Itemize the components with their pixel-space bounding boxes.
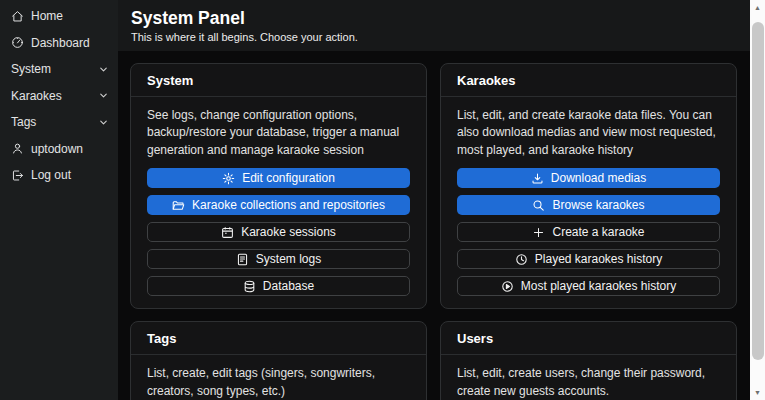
play-circle-icon — [501, 280, 514, 293]
users-card-title: Users — [441, 322, 736, 355]
sidebar-item-label: Log out — [31, 168, 71, 182]
page-header: System Panel This is where it all begins… — [118, 0, 750, 51]
gear-icon — [222, 172, 235, 185]
download-medias-button[interactable]: Download medias — [457, 168, 720, 188]
page-subtitle: This is where it all begins. Choose your… — [131, 31, 738, 43]
tags-card-title: Tags — [131, 322, 426, 355]
users-card-description: List, edit, create users, change their p… — [457, 365, 720, 400]
cards-grid: System See logs, change configuration op… — [118, 51, 750, 400]
scrollbar-up-arrow-icon[interactable]: ▲ — [750, 4, 765, 11]
sidebar-item-label: Home — [31, 9, 63, 23]
karaoke-sessions-button[interactable]: Karaoke sessions — [147, 222, 410, 242]
page-title: System Panel — [131, 8, 738, 30]
sidebar-item-dashboard[interactable]: Dashboard — [0, 30, 118, 57]
karaokes-card: Karaokes List, edit, and create karaoke … — [440, 63, 737, 310]
tags-card-description: List, create, edit tags (singers, songwr… — [147, 365, 410, 400]
sidebar-item-user-uptodown[interactable]: uptodown — [0, 136, 118, 163]
database-icon — [243, 280, 256, 293]
tags-card-body: List, create, edit tags (singers, songwr… — [131, 355, 426, 400]
house-icon — [11, 10, 24, 23]
scrollbar[interactable]: ▲ ▼ — [750, 0, 765, 400]
scrollbar-thumb[interactable] — [752, 22, 764, 360]
scrollbar-down-arrow-icon[interactable]: ▼ — [750, 389, 765, 396]
system-card-body: See logs, change configuration options, … — [131, 97, 426, 309]
karaoke-collections-button[interactable]: Karaoke collections and repositories — [147, 195, 410, 215]
system-card: System See logs, change configuration op… — [130, 63, 427, 310]
played-karaokes-history-button[interactable]: Played karaokes history — [457, 249, 720, 269]
sidebar-item-label: System — [11, 62, 51, 76]
sidebar-item-tags[interactable]: Tags — [0, 109, 118, 136]
edit-configuration-button[interactable]: Edit configuration — [147, 168, 410, 188]
folder-icon — [172, 199, 185, 212]
most-played-karaokes-history-button[interactable]: Most played karaokes history — [457, 276, 720, 296]
sidebar-item-karaokes[interactable]: Karaokes — [0, 83, 118, 110]
chevron-down-icon — [98, 90, 109, 101]
database-button[interactable]: Database — [147, 276, 410, 296]
sidebar-item-label: uptodown — [31, 142, 83, 156]
main-area: System Panel This is where it all begins… — [118, 0, 750, 400]
browse-karaokes-button[interactable]: Browse karaokes — [457, 195, 720, 215]
tags-card: Tags List, create, edit tags (singers, s… — [130, 321, 427, 400]
sidebar-item-label: Karaokes — [11, 89, 62, 103]
sidebar-item-system[interactable]: System — [0, 56, 118, 83]
person-icon — [11, 142, 24, 155]
sidebar-item-logout[interactable]: Log out — [0, 162, 118, 189]
clock-history-icon — [515, 253, 528, 266]
journal-icon — [236, 253, 249, 266]
system-logs-button[interactable]: System logs — [147, 249, 410, 269]
sidebar-item-home[interactable]: Home — [0, 3, 118, 30]
sidebar-item-label: Tags — [11, 115, 36, 129]
users-card-body: List, edit, create users, change their p… — [441, 355, 736, 400]
logout-icon — [11, 169, 24, 182]
create-karaoke-button[interactable]: Create a karaoke — [457, 222, 720, 242]
search-icon — [532, 199, 545, 212]
karaokes-card-title: Karaokes — [441, 64, 736, 97]
download-icon — [531, 172, 544, 185]
karaokes-card-description: List, edit, and create karaoke data file… — [457, 107, 720, 160]
sidebar: Home Dashboard System Karaokes Tags upto… — [0, 0, 118, 400]
karaokes-card-body: List, edit, and create karaoke data file… — [441, 97, 736, 309]
system-card-title: System — [131, 64, 426, 97]
sidebar-item-label: Dashboard — [31, 36, 90, 50]
users-card: Users List, edit, create users, change t… — [440, 321, 737, 400]
system-card-description: See logs, change configuration options, … — [147, 107, 410, 160]
speedometer-icon — [11, 36, 24, 49]
calendar-icon — [221, 226, 234, 239]
chevron-down-icon — [98, 64, 109, 75]
plus-icon — [532, 226, 545, 239]
chevron-down-icon — [98, 117, 109, 128]
